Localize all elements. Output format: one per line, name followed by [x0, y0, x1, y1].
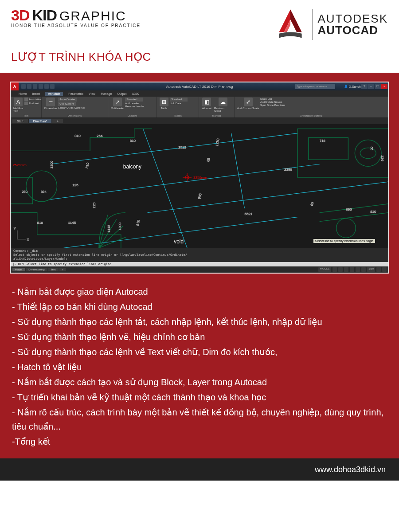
ribbon-panel-dimensions: ⊢ Dimension Anno Courier Use Current Lin… — [42, 97, 108, 117]
list-item: -Tổng kết — [12, 434, 387, 449]
dimension-button[interactable]: ⊢ Dimension — [44, 98, 57, 113]
continue-button[interactable]: Continue — [74, 106, 85, 109]
status-osnap-icon[interactable] — [356, 267, 360, 272]
text-icon: A — [14, 98, 23, 106]
svg-point-0 — [26, 171, 57, 202]
qat-new-icon[interactable] — [21, 84, 26, 89]
help-button[interactable]: ? — [361, 84, 368, 89]
close-button[interactable]: × — [381, 84, 387, 89]
doctab-add[interactable]: + — [52, 119, 63, 123]
command-input[interactable]: |- DIM Select line to specify extension … — [11, 262, 388, 266]
use-current-dd[interactable]: Use Current — [58, 102, 76, 106]
multiline-text-label: Multiline Text — [13, 107, 23, 112]
list-item: - Thiết lập cơ bản khi dùng Autocad — [12, 300, 387, 314]
list-item: - Nắm bắt được cách tạo và sử dụng Block… — [12, 375, 387, 389]
annotative-dd[interactable]: Annotative — [29, 98, 41, 101]
scale-list-button[interactable]: Scale List — [260, 98, 272, 100]
doctab-dimplan[interactable]: Dim Plan* — [29, 119, 51, 123]
status-max-icon[interactable] — [382, 267, 387, 272]
multiline-text-button[interactable]: A Multiline Text — [13, 98, 23, 112]
leader-style-dd[interactable]: Standard — [125, 98, 143, 102]
qat-undo-icon[interactable] — [39, 84, 43, 89]
dim-695: 695 — [346, 207, 352, 211]
qat-open-icon[interactable] — [27, 84, 31, 89]
layout-model[interactable]: Model — [12, 268, 25, 271]
document-tabs: Start Dim Plan* + — [11, 118, 388, 124]
dim-716: 716 — [320, 139, 326, 143]
autodesk-bottom: AUTOCAD — [317, 24, 388, 36]
qat-print-icon[interactable] — [50, 84, 55, 89]
logo-kid: KID — [32, 7, 57, 24]
table-icon: ⊞ — [160, 98, 168, 106]
dim-125: 125 — [72, 183, 78, 187]
dim-2390: 2390 — [284, 168, 292, 172]
add-scale-button[interactable]: ⤢ Add Current Scale — [237, 98, 259, 110]
doctab-start[interactable]: Start — [12, 119, 28, 123]
link-data-button[interactable]: Link Data — [170, 102, 181, 105]
minimize-button[interactable]: − — [368, 84, 374, 89]
list-item: - Nắm bắt được giao diện Autocad — [12, 285, 387, 299]
multileader-button[interactable]: ↗ Multileader — [111, 98, 124, 111]
status-polar-icon[interactable] — [350, 267, 354, 272]
autocad-window: A Autodesk AutoCAD LT 2016 Dim Plan.dwg … — [10, 82, 389, 274]
table-button[interactable]: ⊞ Table — [160, 98, 168, 110]
find-text-input[interactable]: Find text — [29, 102, 39, 105]
tab-parametric[interactable]: Parametric — [68, 92, 83, 95]
sync-scale-button[interactable]: Sync Scale Positions — [260, 104, 285, 106]
status-model-label[interactable]: MODEL — [318, 267, 331, 272]
status-scale[interactable]: 1:50 — [367, 267, 375, 272]
linear-button[interactable]: Linear — [58, 106, 66, 109]
dim-894: 894 — [41, 190, 47, 194]
quick-button[interactable]: Quick — [66, 106, 73, 109]
scale-icon: ⤢ — [244, 98, 253, 106]
tab-manage[interactable]: Manage — [101, 92, 112, 95]
command-history: Command: _dim Select objects or specify … — [11, 248, 388, 262]
tab-insert[interactable]: Insert — [32, 92, 40, 95]
tab-output[interactable]: Output — [117, 92, 126, 95]
window-buttons: ? − □ × — [361, 84, 387, 89]
add-delete-scales-button[interactable]: Add/Delete Scales — [260, 101, 282, 103]
dim-250: 250 — [22, 190, 28, 194]
autodesk-text: AUTODESK AUTOCAD — [317, 13, 388, 36]
status-grid-icon[interactable] — [332, 267, 337, 272]
status-gear-icon[interactable] — [376, 267, 381, 272]
layout-text[interactable]: Text — [48, 268, 59, 271]
ribbon-panel-leaders: ↗ Multileader Standard Add Leader Remove… — [108, 97, 157, 117]
app-menu-button[interactable]: A — [11, 82, 19, 90]
dim-2512: 2512 — [178, 145, 186, 149]
panel-label-text: Text — [11, 114, 41, 117]
logo-graphic: GRAPHIC — [59, 8, 126, 23]
revcloud-button[interactable]: ☁ Revision Cloud — [214, 98, 231, 112]
list-item: - Nắm rõ cấu trúc, cách trình bày một bả… — [12, 405, 387, 434]
search-input[interactable]: Type a keyword or phrase — [295, 84, 335, 89]
ribbon-tabs: Home Insert Annotate Parametric View Man… — [11, 90, 388, 97]
qat-save-icon[interactable] — [33, 84, 37, 89]
svg-text:X: X — [27, 238, 29, 241]
cmd-line1: Command: _dim — [13, 249, 386, 253]
maximize-button[interactable]: □ — [375, 84, 381, 89]
dim-810c: 810 — [85, 162, 90, 168]
tab-annotate[interactable]: Annotate — [45, 92, 63, 96]
qat-redo-icon[interactable] — [44, 84, 49, 89]
layout-add[interactable]: + — [59, 268, 66, 271]
status-snap-icon[interactable] — [338, 267, 343, 272]
dim-style-dd[interactable]: Anno Courier — [58, 98, 76, 102]
dim-1900: 1900 — [118, 222, 122, 230]
wipeout-button[interactable]: ◧ Wipeout — [202, 98, 211, 112]
status-lwt-icon[interactable] — [361, 267, 366, 272]
drawing-canvas[interactable]: 810 264 810 2512 1730 716 65 126 1300 81… — [11, 124, 388, 248]
table-style-dd[interactable]: Standard — [170, 98, 188, 102]
check-icon — [24, 98, 28, 101]
add-leader-button[interactable]: Add Leader — [125, 102, 139, 105]
dim-264: 264 — [97, 134, 103, 138]
remove-leader-button[interactable]: Remove Leader — [125, 105, 144, 108]
tab-home[interactable]: Home — [19, 92, 27, 95]
tab-a360[interactable]: A360 — [132, 92, 139, 95]
dim-810b: 810 — [130, 139, 136, 143]
tab-view[interactable]: View — [89, 92, 95, 95]
layout-dimensioning[interactable]: Dimensioning — [26, 268, 47, 271]
titlebar: A Autodesk AutoCAD LT 2016 Dim Plan.dwg … — [11, 82, 388, 90]
status-ortho-icon[interactable] — [344, 267, 348, 272]
canvas-tooltip: Select line to specify extension lines o… — [313, 239, 375, 243]
wipeout-label: Wipeout — [202, 107, 211, 110]
